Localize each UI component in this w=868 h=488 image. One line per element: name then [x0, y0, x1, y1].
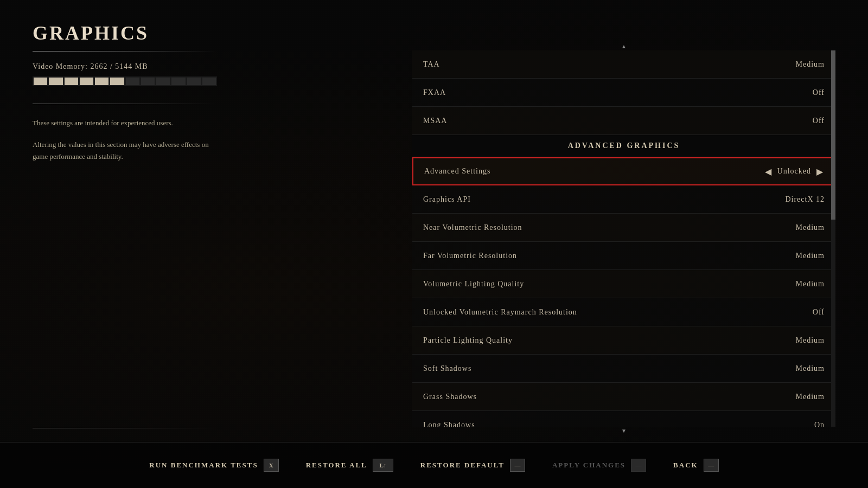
settings-list[interactable]: TAA Medium FXAA Off MSAA Off Advanced Gr… — [412, 50, 835, 427]
setting-value-fxaa: Off — [813, 88, 825, 97]
restore-all-label: Restore All — [306, 461, 367, 470]
memory-segment-6 — [110, 78, 124, 85]
setting-value-graphics-api: DirectX 12 — [785, 195, 825, 204]
memory-segment-10 — [171, 78, 185, 85]
setting-value-unlocked-volumetric: Off — [813, 308, 825, 317]
setting-row-soft-shadows[interactable]: Soft Shadows Medium — [412, 355, 835, 383]
memory-segment-12 — [202, 78, 216, 85]
restore-default-key: — — [510, 459, 525, 472]
memory-segment-1 — [34, 78, 47, 85]
left-divider — [33, 104, 217, 104]
setting-row-graphics-api[interactable]: Graphics API DirectX 12 — [412, 185, 835, 214]
restore-all-action[interactable]: Restore All L↑ — [306, 459, 393, 472]
setting-value-near-volumetric: Medium — [796, 223, 825, 232]
memory-segment-8 — [141, 78, 155, 85]
setting-row-volumetric-lighting[interactable]: Volumetric Lighting Quality Medium — [412, 270, 835, 298]
run-benchmark-action[interactable]: Run Benchmark Tests X — [149, 459, 278, 472]
setting-label-long-shadows: Long Shadows — [423, 421, 475, 427]
scroll-indicator-top: ▲ — [412, 43, 835, 49]
setting-label-grass-shadows: Grass Shadows — [423, 393, 477, 401]
setting-label-far-volumetric: Far Volumetric Resolution — [423, 252, 517, 260]
arrow-right-icon[interactable]: ▶ — [816, 166, 824, 177]
info-text-2: Altering the values in this section may … — [33, 139, 217, 163]
setting-row-advanced-settings[interactable]: Advanced Settings ◀ Unlocked ▶ — [412, 157, 835, 185]
restore-all-key: L↑ — [373, 459, 393, 472]
page-container: Graphics Video Memory: 2662 / 5144 MB Th… — [0, 0, 868, 488]
memory-segment-7 — [126, 78, 139, 85]
memory-segment-5 — [95, 78, 108, 85]
memory-segment-9 — [156, 78, 170, 85]
apply-changes-action[interactable]: Apply Changes — — [552, 459, 646, 472]
memory-segment-4 — [80, 78, 93, 85]
setting-row-msaa[interactable]: MSAA Off — [412, 107, 835, 135]
setting-label-graphics-api: Graphics API — [423, 195, 471, 204]
setting-label-fxaa: FXAA — [423, 88, 446, 97]
memory-segment-3 — [65, 78, 78, 85]
setting-row-grass-shadows[interactable]: Grass Shadows Medium — [412, 383, 835, 411]
setting-row-fxaa[interactable]: FXAA Off — [412, 79, 835, 107]
memory-bar — [33, 76, 217, 86]
setting-label-msaa: MSAA — [423, 117, 447, 125]
setting-label-taa: TAA — [423, 60, 440, 69]
setting-value-particle-lighting: Medium — [796, 336, 825, 345]
back-label: Back — [673, 461, 698, 470]
setting-row-particle-lighting[interactable]: Particle Lighting Quality Medium — [412, 326, 835, 355]
setting-value-far-volumetric: Medium — [796, 252, 825, 260]
left-panel: Graphics Video Memory: 2662 / 5144 MB Th… — [33, 22, 260, 434]
bottom-bar: Run Benchmark Tests X Restore All L↑ Res… — [0, 442, 868, 488]
memory-segment-11 — [187, 78, 201, 85]
setting-label-soft-shadows: Soft Shadows — [423, 364, 471, 373]
setting-row-far-volumetric[interactable]: Far Volumetric Resolution Medium — [412, 242, 835, 270]
scroll-indicator-bottom: ▼ — [412, 428, 835, 434]
setting-value-volumetric-lighting: Medium — [796, 280, 825, 288]
setting-label-advanced: Advanced Settings — [424, 167, 490, 176]
scrollbar-track — [831, 50, 835, 427]
run-benchmark-key: X — [264, 459, 279, 472]
arrow-left-icon[interactable]: ◀ — [765, 166, 772, 177]
setting-value-advanced: ◀ Unlocked ▶ — [765, 166, 824, 177]
setting-value-msaa: Off — [813, 117, 825, 125]
left-bottom-divider — [33, 428, 217, 428]
restore-default-action[interactable]: Restore Default — — [420, 459, 525, 472]
advanced-settings-value: Unlocked — [777, 167, 811, 176]
setting-value-grass-shadows: Medium — [796, 393, 825, 401]
run-benchmark-label: Run Benchmark Tests — [149, 461, 258, 470]
setting-label-unlocked-volumetric: Unlocked Volumetric Raymarch Resolution — [423, 308, 577, 317]
setting-value-long-shadows: On — [814, 421, 825, 427]
setting-label-volumetric-lighting: Volumetric Lighting Quality — [423, 280, 524, 288]
title-divider — [33, 51, 217, 52]
setting-row-long-shadows[interactable]: Long Shadows On — [412, 411, 835, 427]
advanced-graphics-title: Advanced Graphics — [568, 142, 680, 150]
setting-row-unlocked-volumetric[interactable]: Unlocked Volumetric Raymarch Resolution … — [412, 298, 835, 326]
setting-value-taa: Medium — [796, 60, 825, 69]
advanced-graphics-header: Advanced Graphics — [412, 135, 835, 157]
back-key: — — [704, 459, 719, 472]
memory-bar-space — [33, 88, 217, 93]
scrollbar-thumb[interactable] — [831, 50, 835, 220]
back-action[interactable]: Back — — [673, 459, 719, 472]
right-panel: ▲ TAA Medium FXAA Off MSAA Off Advanced … — [412, 43, 835, 434]
memory-segment-2 — [49, 78, 62, 85]
video-memory-label: Video Memory: 2662 / 5144 MB — [33, 62, 260, 71]
setting-label-particle-lighting: Particle Lighting Quality — [423, 336, 513, 345]
apply-changes-label: Apply Changes — [552, 461, 626, 470]
restore-default-label: Restore Default — [420, 461, 505, 470]
setting-row-taa[interactable]: TAA Medium — [412, 50, 835, 79]
setting-label-near-volumetric: Near Volumetric Resolution — [423, 223, 522, 232]
page-title: Graphics — [33, 22, 260, 44]
setting-row-near-volumetric[interactable]: Near Volumetric Resolution Medium — [412, 214, 835, 242]
info-text-1: These settings are intended for experien… — [33, 117, 217, 129]
setting-value-soft-shadows: Medium — [796, 364, 825, 373]
apply-changes-key: — — [631, 459, 646, 472]
